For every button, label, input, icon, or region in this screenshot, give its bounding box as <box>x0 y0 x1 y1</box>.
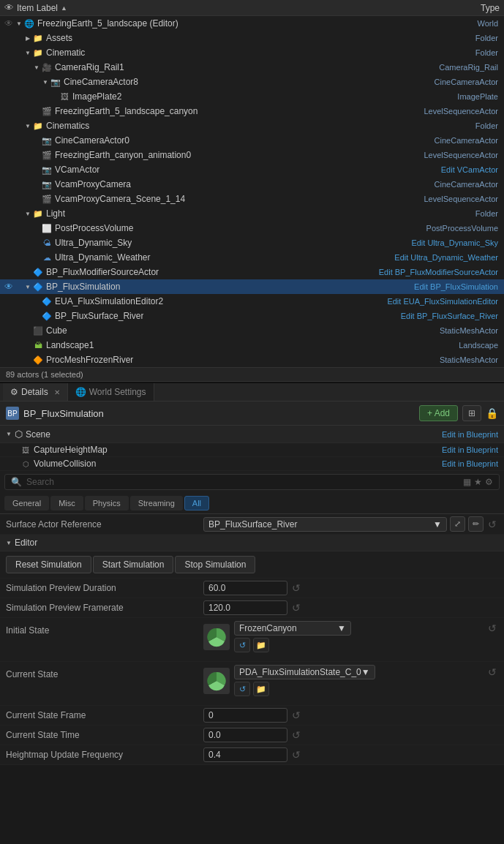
tree-item-type: ImagePlate <box>457 92 501 101</box>
expand-icon <box>32 238 41 247</box>
expand-icon[interactable]: ▼ <box>15 19 23 28</box>
surface-actor-pick-btn[interactable]: ✏ <box>468 516 484 532</box>
layout-button[interactable]: ⊞ <box>462 405 481 421</box>
star-filter-icon[interactable]: ★ <box>474 477 482 487</box>
tree-row[interactable]: 🎬FreezingEarth_5_landscape_canyonLevelSe… <box>0 104 504 118</box>
tree-item-type-link[interactable]: Edit Ultra_Dynamic_Sky <box>411 238 501 247</box>
prop-input-current_time[interactable] <box>203 728 287 742</box>
tree-row[interactable]: 🎬VcamProxyCamera_Scene_1_14LevelSequence… <box>0 192 504 206</box>
initial-state-reset-btn[interactable]: ↺ <box>486 621 498 636</box>
tree-row[interactable]: 📷VcamProxyCameraCineCameraActor <box>0 177 504 192</box>
search-input[interactable] <box>26 477 459 487</box>
prop-input-sim_framerate[interactable] <box>203 600 287 615</box>
expand-icon[interactable]: ▼ <box>41 78 50 86</box>
outliner-panel: 👁 Item Label ▲ Type 👁▼🌐FreezingEarth_5_l… <box>0 0 504 382</box>
add-button[interactable]: + Add <box>419 405 458 421</box>
surface-actor-reset-btn[interactable]: ↺ <box>486 517 498 532</box>
tree-row[interactable]: ▼🎥CameraRig_Rail1CameraRig_Rail <box>0 60 504 75</box>
panel-tab-world_settings[interactable]: 🌐World Settings <box>68 383 154 401</box>
prop-reset-sim_framerate[interactable]: ↺ <box>290 600 302 615</box>
tree-item-type-link[interactable]: Edit EUA_FluxSimulationEditor <box>387 297 501 306</box>
scene-edit-blueprint-link[interactable]: Edit in Blueprint <box>442 430 498 439</box>
expand-icon[interactable]: ▼ <box>23 282 32 291</box>
current-state-dropdown[interactable]: PDA_FluxSimulationState_C_0 ▼ <box>234 665 375 679</box>
filter-tab-misc[interactable]: Misc <box>50 496 83 510</box>
search-bar[interactable]: 🔍 ▦ ★ ⚙ <box>4 474 500 490</box>
prop-reset-current_frame[interactable]: ↺ <box>290 708 302 723</box>
lock-button[interactable]: 🔒 <box>486 407 498 419</box>
tree-row[interactable]: 🎬FreezingEarth_canyon_animation0LevelSeq… <box>0 148 504 162</box>
prop-row-current_frame: Current State Frame ↺ <box>0 706 504 726</box>
expand-icon[interactable]: ▼ <box>32 63 41 72</box>
current-state-reset-btn[interactable]: ↺ <box>486 665 498 679</box>
tree-row[interactable]: 🔶ProcMeshFrozenRiverStaticMeshActor <box>0 353 504 367</box>
scene-item-blueprint-link[interactable]: Edit in Blueprint <box>442 445 498 454</box>
tree-row[interactable]: 📷CineCameraActor0CineCameraActor <box>0 133 504 148</box>
expand-icon[interactable]: ▼ <box>23 209 32 218</box>
filter-tab-streaming[interactable]: Streaming <box>130 496 183 510</box>
scene-item-blueprint-link[interactable]: Edit in Blueprint <box>442 459 498 468</box>
current-state-refresh-btn[interactable]: ↺ <box>234 682 250 696</box>
tree-item-icon: 📷 <box>41 135 53 146</box>
initial-state-row: Initial State FrozenCanyon ▼ <box>0 618 504 662</box>
current-state-folder-btn[interactable]: 📁 <box>253 682 269 696</box>
visibility-icon[interactable]: 👁 <box>3 18 15 29</box>
sort-arrow-icon[interactable]: ▲ <box>61 4 67 12</box>
prop-reset-sim_duration[interactable]: ↺ <box>290 581 302 595</box>
panel-tab-details[interactable]: ⚙Details✕ <box>3 383 68 401</box>
filter-tab-general[interactable]: General <box>4 496 49 510</box>
tree-item-icon: ⬛ <box>32 325 44 336</box>
settings-filter-icon[interactable]: ⚙ <box>485 477 493 487</box>
filter-tab-all[interactable]: All <box>184 496 209 510</box>
tree-item-type-link[interactable]: Edit BP_FluxModifierSourceActor <box>379 268 501 276</box>
tree-row[interactable]: ☁Ultra_Dynamic_WeatherEdit Ultra_Dynamic… <box>0 250 504 265</box>
initial-state-refresh-btn[interactable]: ↺ <box>234 638 250 652</box>
prop-input-current_frame[interactable] <box>203 708 287 723</box>
grid-view-icon[interactable]: ▦ <box>463 477 471 487</box>
visibility-icon[interactable]: 👁 <box>3 282 15 292</box>
tree-row[interactable]: 🔷EUA_FluxSimulationEditor2Edit EUA_FluxS… <box>0 294 504 309</box>
tree-row[interactable]: ⬛CubeStaticMeshActor <box>0 323 504 338</box>
prop-reset-current_time[interactable]: ↺ <box>290 728 302 742</box>
prop-input-heightmap_freq[interactable] <box>203 747 287 762</box>
tree-row[interactable]: ▼📁LightFolder <box>0 206 504 221</box>
tree-row[interactable]: 🌤Ultra_Dynamic_SkyEdit Ultra_Dynamic_Sky <box>0 236 504 250</box>
tab-close-details[interactable]: ✕ <box>54 388 60 396</box>
status-bar: 89 actors (1 selected) <box>0 367 504 381</box>
tree-row[interactable]: 🏔Landscape1Landscape <box>0 338 504 353</box>
surface-actor-expand-btn[interactable]: ⤢ <box>450 516 465 532</box>
tree-row[interactable]: 👁▼🌐FreezingEarth_5_landscape (Editor)Wor… <box>0 16 504 31</box>
tree-item-type-link[interactable]: Edit VCamActor <box>441 165 501 174</box>
initial-state-dropdown[interactable]: FrozenCanyon ▼ <box>234 621 351 636</box>
filter-tab-physics[interactable]: Physics <box>85 496 129 510</box>
prop-reset-heightmap_freq[interactable]: ↺ <box>290 747 302 762</box>
expand-icon[interactable]: ▼ <box>23 121 32 130</box>
tree-row[interactable]: 👁▼🔷BP_FluxSimulationEdit BP_FluxSimulati… <box>0 279 504 294</box>
tree-item-icon: 🔶 <box>32 354 44 366</box>
tree-item-type-link[interactable]: Edit BP_FluxSimulation <box>414 282 501 291</box>
search-icon: 🔍 <box>11 477 22 487</box>
scene-section-header[interactable]: ▼ ⬡ Scene Edit in Blueprint <box>0 426 504 443</box>
tree-row[interactable]: ▼📁CinematicFolder <box>0 45 504 60</box>
tree-row[interactable]: ▼📁CinematicsFolder <box>0 118 504 133</box>
tree-row[interactable]: 🖼ImagePlate2ImagePlate <box>0 89 504 104</box>
stop-simulation-button[interactable]: Stop Simulation <box>175 556 255 573</box>
tree-row[interactable]: ▶📁AssetsFolder <box>0 31 504 45</box>
surface-actor-dropdown[interactable]: BP_FluxSurface_River ▼ <box>203 517 447 532</box>
tree-row[interactable]: 📷VCamActorEdit VCamActor <box>0 162 504 177</box>
editor-section-header[interactable]: ▼ Editor <box>0 535 504 551</box>
reset-simulation-button[interactable]: Reset Simulation <box>6 556 91 573</box>
expand-icon[interactable]: ▼ <box>23 48 32 57</box>
tree-item-type-link[interactable]: Edit Ultra_Dynamic_Weather <box>394 253 501 262</box>
tree-row[interactable]: 🔷BP_FluxModifierSourceActorEdit BP_FluxM… <box>0 265 504 279</box>
current-state-row: Current State PDA_FluxSimulationState_C_… <box>0 662 504 706</box>
initial-state-folder-btn[interactable]: 📁 <box>253 638 269 652</box>
tree-row[interactable]: ⬜PostProcessVolumePostProcessVolume <box>0 221 504 236</box>
details-panel: ⚙Details✕🌐World Settings BP BP_FluxSimul… <box>0 382 504 765</box>
tree-row[interactable]: ▼📷CineCameraActor8CineCameraActor <box>0 75 504 89</box>
prop-input-sim_duration[interactable] <box>203 581 287 595</box>
start-simulation-button[interactable]: Start Simulation <box>93 556 174 573</box>
tree-item-type-link[interactable]: Edit BP_FluxSurface_River <box>401 312 501 320</box>
tree-row[interactable]: 🔷BP_FluxSurface_RiverEdit BP_FluxSurface… <box>0 309 504 323</box>
expand-icon[interactable]: ▶ <box>23 34 32 42</box>
